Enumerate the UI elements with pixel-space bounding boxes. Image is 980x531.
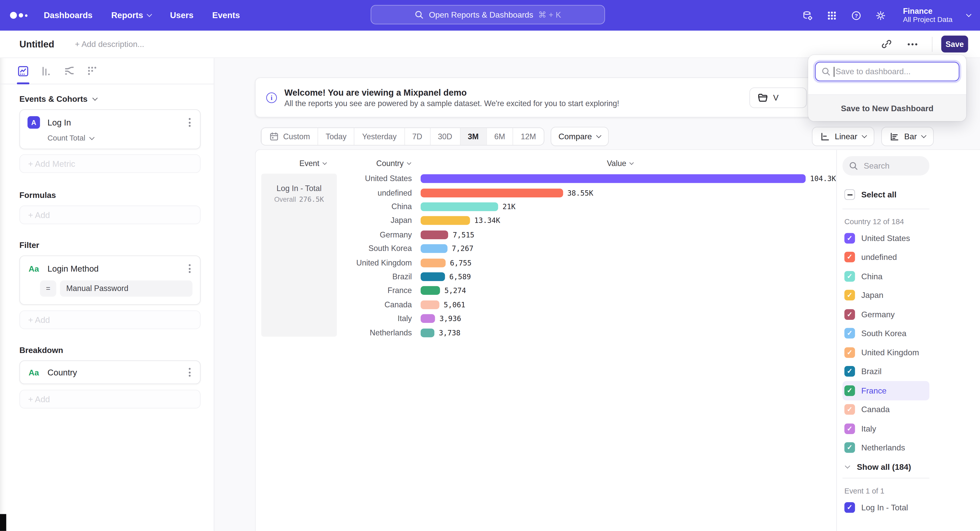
- filter-value[interactable]: Manual Password: [60, 281, 192, 297]
- legend-event-row[interactable]: ✓ Log In - Total: [842, 498, 929, 517]
- tab-retention[interactable]: [86, 58, 99, 84]
- filter-property-name[interactable]: Login Method: [48, 264, 99, 273]
- tab-flows[interactable]: [63, 58, 76, 84]
- event-checkbox[interactable]: ✓: [845, 502, 855, 513]
- bar[interactable]: [421, 244, 447, 253]
- add-formula-button[interactable]: + Add: [19, 206, 200, 224]
- date-range-option[interactable]: 12M: [513, 128, 544, 145]
- report-title[interactable]: Untitled: [19, 39, 54, 49]
- date-range-option[interactable]: 30D: [430, 128, 460, 145]
- bar[interactable]: [421, 189, 563, 197]
- bar[interactable]: [421, 328, 434, 337]
- global-search-button[interactable]: Open Reports & Dashboards ⌘ + K: [371, 5, 605, 24]
- legend-search[interactable]: [842, 156, 929, 176]
- add-metric-button[interactable]: + Add Metric: [19, 154, 200, 173]
- project-switcher[interactable]: Finance All Project Data: [903, 6, 953, 24]
- more-actions-button[interactable]: [903, 35, 922, 53]
- country-checkbox[interactable]: ✓: [845, 404, 855, 415]
- add-breakdown-button[interactable]: + Add: [19, 390, 200, 408]
- country-checkbox[interactable]: ✓: [845, 233, 855, 244]
- legend-country-row[interactable]: ✓ Brazil: [842, 362, 929, 381]
- compare-button[interactable]: Compare: [550, 127, 609, 146]
- save-dashboard-input[interactable]: [834, 66, 947, 77]
- nav-item[interactable]: Events: [212, 11, 240, 20]
- legend-country-row[interactable]: ✓ Netherlands: [842, 438, 929, 457]
- filter-card[interactable]: Aa Login Method = Manual Password: [19, 255, 200, 305]
- date-range-option[interactable]: 7D: [404, 128, 430, 145]
- save-to-new-dashboard-button[interactable]: Save to New Dashboard: [808, 95, 966, 121]
- country-checkbox[interactable]: ✓: [845, 252, 855, 263]
- filter-kebab-menu[interactable]: [187, 262, 192, 275]
- project-chevron-icon[interactable]: [966, 12, 972, 17]
- legend-country-row[interactable]: ✓ Germany: [842, 305, 929, 324]
- country-checkbox[interactable]: ✓: [845, 290, 855, 301]
- date-range-option[interactable]: Custom: [261, 128, 318, 145]
- legend-country-row[interactable]: ✓ Canada: [842, 400, 929, 419]
- country-checkbox[interactable]: ✓: [845, 328, 855, 339]
- breakdown-kebab-menu[interactable]: [187, 366, 192, 379]
- country-checkbox[interactable]: ✓: [845, 385, 855, 396]
- column-header-event[interactable]: Event: [299, 159, 326, 168]
- bar[interactable]: [421, 300, 439, 309]
- country-checkbox[interactable]: ✓: [845, 423, 855, 434]
- bar[interactable]: [421, 203, 498, 211]
- legend-country-row[interactable]: ✓ undefined: [842, 248, 929, 267]
- apps-grid-icon[interactable]: [826, 10, 837, 21]
- chart-type-button[interactable]: Bar: [881, 127, 934, 146]
- legend-country-row[interactable]: ✓ South Korea: [842, 324, 929, 343]
- country-checkbox[interactable]: ✓: [845, 347, 855, 358]
- add-description-button[interactable]: + Add description...: [75, 39, 144, 49]
- legend-country-row[interactable]: ✓ China: [842, 267, 929, 286]
- save-dashboard-search[interactable]: [815, 62, 959, 81]
- legend-country-row[interactable]: ✓ United Kingdom: [842, 343, 929, 362]
- events-cohorts-header[interactable]: Events & Cohorts: [19, 94, 200, 104]
- tab-funnels[interactable]: [40, 58, 52, 84]
- nav-item[interactable]: Dashboards: [44, 11, 92, 20]
- country-checkbox[interactable]: ✓: [845, 309, 855, 320]
- banner-side-button[interactable]: V: [749, 87, 807, 108]
- bar[interactable]: [421, 287, 440, 295]
- select-all-row[interactable]: Select all: [842, 189, 929, 200]
- date-range-option[interactable]: 3M: [460, 128, 486, 145]
- column-header-country[interactable]: Country: [376, 159, 410, 168]
- metric-event-name[interactable]: Log In: [48, 118, 71, 127]
- bar[interactable]: [421, 258, 445, 267]
- data-management-icon[interactable]: [802, 10, 813, 21]
- date-range-option[interactable]: Yesterday: [354, 128, 404, 145]
- aggregation-selector[interactable]: Count Total: [48, 134, 192, 142]
- nav-item-label: Dashboards: [44, 11, 92, 20]
- date-range-option[interactable]: 6M: [486, 128, 513, 145]
- settings-gear-icon[interactable]: [875, 10, 886, 21]
- bar[interactable]: [421, 314, 435, 323]
- legend-country-row[interactable]: ✓ France: [842, 381, 929, 400]
- country-checkbox[interactable]: ✓: [845, 366, 855, 377]
- metric-card[interactable]: A Log In Count Total: [19, 109, 200, 149]
- scale-selector-button[interactable]: Linear: [811, 127, 874, 146]
- filter-operator[interactable]: =: [40, 281, 56, 297]
- copy-link-button[interactable]: [877, 35, 896, 53]
- breakdown-property-name[interactable]: Country: [48, 368, 77, 377]
- bar[interactable]: [421, 174, 806, 183]
- nav-item[interactable]: Reports: [111, 11, 151, 20]
- mixpanel-logo-icon[interactable]: [10, 12, 27, 19]
- nav-item[interactable]: Users: [170, 11, 193, 20]
- metric-kebab-menu[interactable]: [187, 116, 192, 129]
- bar[interactable]: [421, 273, 445, 281]
- country-checkbox[interactable]: ✓: [845, 442, 855, 453]
- legend-country-row[interactable]: ✓ Italy: [842, 419, 929, 438]
- legend-country-row[interactable]: ✓ Japan: [842, 286, 929, 305]
- bar[interactable]: [421, 216, 470, 225]
- help-icon[interactable]: ?: [850, 10, 862, 21]
- save-button[interactable]: Save: [941, 36, 968, 52]
- show-all-toggle[interactable]: Show all (184): [842, 462, 929, 472]
- select-all-checkbox[interactable]: [845, 189, 855, 200]
- tab-insights[interactable]: [17, 58, 29, 84]
- bar[interactable]: [421, 230, 449, 239]
- date-range-option[interactable]: Today: [318, 128, 354, 145]
- legend-country-row[interactable]: ✓ United States: [842, 228, 929, 248]
- add-filter-button[interactable]: + Add: [19, 311, 200, 329]
- breakdown-card[interactable]: Aa Country: [19, 360, 200, 384]
- column-header-value[interactable]: Value: [607, 159, 633, 168]
- country-checkbox[interactable]: ✓: [845, 271, 855, 282]
- legend-search-input[interactable]: [862, 160, 925, 171]
